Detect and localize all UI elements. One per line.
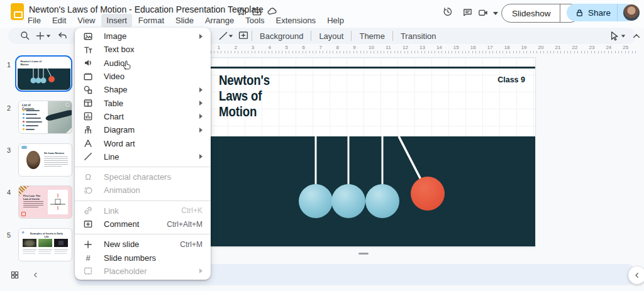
thumbnail-slide-4[interactable]: First Law: The Law of Inertia	[18, 185, 72, 219]
grid-view-icon[interactable]	[10, 270, 19, 280]
transition-button[interactable]: Transition	[393, 31, 444, 41]
lock-icon	[575, 8, 584, 18]
slide-title[interactable]: Newton's Laws of Motion	[219, 73, 291, 120]
menu-format[interactable]: Format	[133, 14, 169, 27]
document-title[interactable]: Newton's Laws of Motion - Education Pres…	[29, 4, 264, 14]
menu-item-label: Comment	[104, 219, 139, 229]
menu-item-label: Placeholder	[104, 266, 147, 276]
menu-divider	[75, 234, 211, 234]
insert-menu-item-comment[interactable]: CommentCtrl+Alt+M	[75, 217, 211, 231]
insert-menu-item-special-characters: ΩSpecial characters	[75, 170, 211, 184]
video-call-icon[interactable]	[478, 8, 489, 18]
insert-menu-item-shape[interactable]: Shape	[75, 83, 211, 96]
slides-logo-icon[interactable]	[11, 3, 24, 20]
menu-item-label: Word art	[104, 139, 135, 148]
insert-menu-item-line[interactable]: Line	[75, 150, 211, 163]
table-icon	[83, 98, 93, 108]
thumbnail-slide-5[interactable]: ❄ Examples of Inertia in Daily Life	[18, 228, 72, 261]
ruler-number: 20	[535, 45, 547, 50]
menu-insert[interactable]: Insert	[101, 14, 132, 27]
thumbnail-slide-1-selected[interactable]: Newton's Laws of Motion	[15, 55, 72, 92]
insert-menu-item-new-slide[interactable]: New slideCtrl+M	[75, 238, 211, 251]
ruler-number: 23	[586, 45, 598, 50]
menu-extensions[interactable]: Extensions	[271, 14, 321, 27]
menu-item-shortcut: Ctrl+M	[180, 240, 203, 249]
ruler-number: 8	[331, 45, 344, 50]
ruler-number: 19	[518, 45, 530, 50]
ruler-number: 12	[399, 45, 411, 50]
insert-menu-item-video[interactable]: Video	[75, 70, 211, 83]
notes-resize-handle[interactable]	[358, 253, 369, 255]
menu-view[interactable]: View	[72, 14, 100, 27]
thumbnail-slide-1[interactable]: Newton's Laws of Motion	[18, 58, 70, 90]
collapse-panel-button[interactable]	[628, 266, 644, 284]
insert-menu-item-audio[interactable]: Audio	[75, 57, 211, 70]
menu-edit[interactable]: Edit	[47, 14, 71, 27]
thumbnail-slide-3[interactable]: Sir Isaac Newton	[18, 143, 72, 177]
insert-menu-item-word-art[interactable]: Word art	[75, 136, 211, 150]
pointer-caret[interactable]	[621, 35, 625, 38]
background-button[interactable]: Background	[252, 31, 311, 41]
menu-help[interactable]: Help	[322, 14, 349, 27]
slide-number: 1	[7, 61, 11, 69]
insert-menu-item-diagram[interactable]: Diagram	[75, 123, 211, 136]
insert-menu-item-text-box[interactable]: Text box	[75, 43, 211, 56]
version-history-icon[interactable]	[442, 6, 453, 17]
menu-file[interactable]: File	[23, 14, 46, 27]
menu-item-label: New slide	[104, 239, 139, 249]
line-tool-caret[interactable]	[229, 35, 233, 38]
ruler-number: 21	[552, 45, 564, 50]
collapse-toolbar-icon[interactable]	[631, 30, 642, 41]
ruler-number: 15	[450, 45, 462, 50]
new-slide-icon[interactable]	[35, 30, 46, 41]
pointer-icon[interactable]	[609, 30, 620, 41]
slide-class-badge[interactable]: Class 9	[497, 75, 525, 84]
snowflake-deco-icon: ❄	[21, 230, 25, 234]
insert-menu-item-chart[interactable]: Chart	[75, 110, 211, 123]
new-slide-caret[interactable]	[47, 35, 50, 38]
video-icon	[83, 72, 93, 82]
layout-button[interactable]: Layout	[311, 31, 351, 41]
share-label: Share	[588, 8, 611, 18]
slide-number: 5	[7, 231, 11, 239]
ruler-number: 9	[348, 45, 361, 50]
insert-menu-item-table[interactable]: Table	[75, 96, 211, 109]
menu-arrange[interactable]: Arrange	[200, 14, 239, 27]
menu-item-label: Line	[104, 152, 119, 162]
ruler-number: 10	[365, 45, 378, 50]
menubar: FileEditViewInsertFormatSlideArrangeTool…	[23, 14, 349, 27]
avatar[interactable]	[623, 4, 640, 21]
chart-icon	[83, 111, 93, 121]
theme-button[interactable]: Theme	[352, 31, 392, 41]
menu-item-label: Diagram	[104, 125, 135, 135]
undo-icon[interactable]	[57, 30, 69, 41]
zoom-icon[interactable]	[19, 30, 31, 41]
slide-canvas[interactable]: Newton's Laws of Motion Class 9	[211, 58, 535, 246]
toolbar-text-buttons: BackgroundLayoutThemeTransition	[252, 28, 444, 44]
comments-icon[interactable]	[462, 7, 473, 18]
ruler-number: 6	[297, 45, 310, 50]
insert-menu-item-image[interactable]: Image	[75, 30, 211, 43]
insert-menu-item-placeholder: Placeholder	[75, 265, 211, 278]
ruler-number: 2	[230, 45, 242, 50]
insert-menu-item-slide-numbers[interactable]: #Slide numbers	[75, 251, 211, 264]
ruler-number: 16	[467, 45, 479, 50]
menu-slide[interactable]: Slide	[170, 14, 199, 27]
ruler-number: 25	[619, 45, 632, 50]
shape-icon	[83, 85, 93, 95]
ruler-number: 7	[314, 45, 327, 50]
filmstrip-collapse-icon[interactable]	[31, 271, 40, 279]
line-tool-icon[interactable]	[218, 30, 229, 41]
menu-tools[interactable]: Tools	[240, 14, 269, 27]
menu-item-label: Shape	[104, 85, 128, 94]
hash-icon: #	[83, 253, 93, 263]
video-call-dropdown-caret[interactable]	[493, 12, 498, 15]
text-box-icon	[83, 45, 93, 55]
menu-item-label: Link	[104, 206, 119, 216]
ruler-number: 1	[213, 45, 225, 50]
special-characters-icon: Ω	[83, 172, 93, 182]
menu-item-label: Animation	[104, 185, 140, 195]
slide-number: 3	[7, 146, 11, 154]
add-comment-icon[interactable]	[238, 30, 249, 41]
thumbnail-slide-2[interactable]: List of Contents	[18, 101, 72, 134]
